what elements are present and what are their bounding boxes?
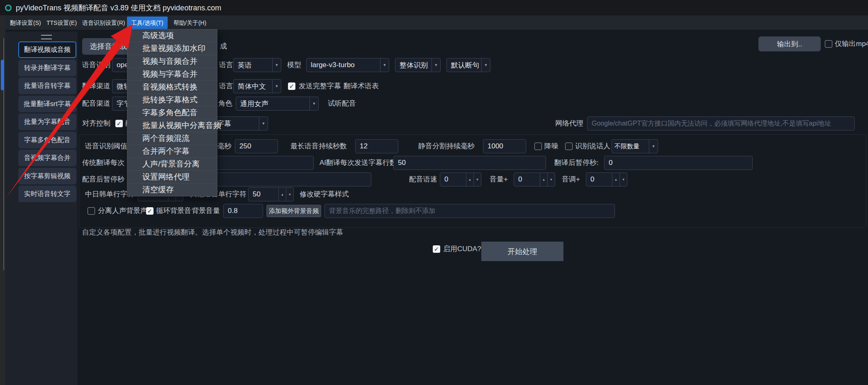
denoise-label: 降噪 (544, 139, 558, 153)
start-process-button[interactable]: 开始处理 (481, 242, 563, 261)
background-volume-input[interactable]: 0.8 (223, 204, 263, 218)
menu-tts-settings[interactable]: TTS设置(E) (42, 17, 81, 29)
footer-hint: 自定义各项配置，批量进行视频翻译。选择单个视频时，处理过程中可暂停编辑字幕 (82, 228, 343, 237)
menu-item-vocal-background-separate[interactable]: 人声/背景音分离 (127, 158, 217, 171)
listen-dubbing-link[interactable]: 试听配音 (328, 97, 356, 111)
sidebar-item-batch-speech-to-subtitle[interactable]: 批量语音转字幕 (18, 77, 76, 94)
menu-tools-options[interactable]: 工具/选项(T) (127, 17, 168, 29)
volume-label: 音量+ (490, 172, 508, 186)
sidebar-item-translate-video-audio[interactable]: 翻译视频或音频 (18, 41, 76, 58)
translate-pause-input[interactable]: 0 (604, 156, 753, 170)
target-language-combo[interactable]: 简体中文▼ (233, 79, 281, 93)
background-audio-path-input[interactable]: 背景音乐的完整路径，删除则不添加 (324, 204, 615, 218)
menu-help-about[interactable]: 帮助/关于(H) (169, 17, 210, 29)
speaker-count-combo[interactable]: 不限数量▼ (612, 139, 658, 153)
sidebar-item-batch-subtitle-dubbing[interactable]: 批量为字幕配音 (18, 114, 76, 130)
voice-role-combo[interactable]: 通用女声▼ (236, 97, 319, 111)
other-chars-stepper[interactable]: 50▲▼ (248, 187, 294, 201)
pitch-stepper[interactable]: 0▲▼ (586, 172, 627, 186)
legacy-translate-label-fragment: 传统翻译每次 (82, 156, 124, 170)
model-label: 模型 (287, 58, 301, 72)
mp4-only-checkbox[interactable] (825, 40, 832, 48)
dubbing-rate-stepper[interactable]: 0▲▼ (440, 172, 481, 186)
window-title: pyVideoTrans 视频翻译配音 v3.89 使用文档 pyvideotr… (16, 3, 221, 13)
align-option-checkbox[interactable] (115, 120, 123, 127)
chevron-down-icon[interactable]: ▼ (481, 58, 490, 72)
volume-stepper[interactable]: 0▲▼ (514, 172, 555, 186)
silence-split-label: 静音分割持续毫秒 (418, 139, 475, 153)
source-language-combo[interactable]: 英语▼ (233, 58, 281, 72)
send-full-subtitle-checkbox[interactable] (288, 82, 295, 90)
chevron-down-icon[interactable]: ▼ (649, 140, 658, 153)
menu-item-av-format-convert[interactable]: 音视频格式转换 (127, 81, 217, 94)
menu-item-video-subtitle-merge[interactable]: 视频与字幕合并 (127, 68, 217, 81)
sidebar-item-av-subtitle-merge[interactable]: 音视频字幕合并 (18, 150, 76, 166)
loop-background-label: 循环背景音 (156, 204, 191, 218)
menu-item-mix-two-audios[interactable]: 两个音频混流 (127, 132, 217, 145)
cuda-checkbox[interactable] (433, 245, 440, 253)
background-volume-label: 背景音量 (192, 204, 220, 218)
spin-up-icon[interactable]: ▲ (540, 173, 547, 186)
max-speech-label: 最长语音持续秒数 (290, 139, 347, 153)
menu-item-clear-cache[interactable]: 清空缓存 (127, 184, 217, 196)
speaker-recognition-checkbox[interactable] (565, 143, 573, 150)
add-background-audio-button[interactable]: 添加额外背景音频 (266, 205, 321, 217)
menu-item-batch-video-watermark[interactable]: 批量视频添加水印 (127, 42, 217, 55)
ai-lines-label: AI翻译每次发送字幕行数 (319, 156, 397, 170)
pitch-label: 音调+ (562, 172, 580, 186)
sidebar: 翻译视频或音频 转录并翻译字幕 批量语音转字幕 批量翻译srt字幕 批量为字幕配… (5, 31, 78, 385)
sidebar-item-transcribe-translate-subtitle[interactable]: 转录并翻译字幕 (18, 60, 76, 76)
spin-down-icon[interactable]: ▼ (547, 173, 555, 186)
sidebar-item-cut-video-by-subtitle[interactable]: 按字幕剪辑视频 (18, 168, 76, 184)
loop-background-checkbox[interactable] (146, 207, 154, 215)
menu-translate-settings[interactable]: 翻译设置(S) (6, 17, 45, 29)
glossary-link[interactable]: 翻译术语表 (344, 79, 379, 93)
mp4-only-label: 仅输出mp4 (835, 37, 868, 51)
spin-up-icon[interactable]: ▲ (278, 188, 286, 201)
menu-item-advanced-options[interactable]: 高级选项 (127, 29, 217, 42)
chevron-down-icon[interactable]: ▼ (272, 80, 281, 93)
silence-split-input[interactable]: 1000 (483, 139, 526, 153)
ai-lines-input[interactable]: 50 (393, 156, 546, 170)
silence-ms-input[interactable]: 250 (235, 139, 278, 153)
dubbing-channel-label: 配音渠道 (82, 97, 110, 111)
spin-down-icon[interactable]: ▼ (619, 173, 627, 186)
sidebar-item-realtime-speech-to-text[interactable]: 实时语音转文字 (18, 186, 76, 202)
spin-up-icon[interactable]: ▲ (612, 173, 619, 186)
menu-item-video-audio-merge[interactable]: 视频与音频合并 (127, 55, 217, 68)
sentence-split-combo[interactable]: 默认断句▼ (446, 58, 490, 72)
menu-item-batch-extract-audio[interactable]: 批量从视频中分离音频 (127, 119, 217, 132)
menu-speech-recognition-settings[interactable]: 语音识别设置(R) (78, 17, 129, 29)
translate-channel-label: 翻译渠道 (82, 79, 110, 93)
menu-item-merge-two-subtitles[interactable]: 合并两个字幕 (127, 145, 217, 158)
chevron-down-icon[interactable]: ▼ (259, 117, 268, 130)
separate-vocal-checkbox[interactable] (88, 207, 95, 215)
menu-item-set-network-proxy[interactable]: 设置网络代理 (127, 171, 217, 184)
chevron-down-icon[interactable]: ▼ (380, 58, 389, 72)
spin-down-icon[interactable]: ▼ (473, 173, 481, 186)
output-to-button[interactable]: 输出到.. (758, 36, 821, 51)
align-control-label: 对齐控制 (82, 116, 110, 131)
chevron-down-icon[interactable]: ▼ (310, 97, 318, 110)
hard-subtitle-style-link[interactable]: 修改硬字幕样式 (300, 187, 349, 201)
spin-up-icon[interactable]: ▲ (466, 173, 473, 186)
dubbing-pause-label-fragment: 配音后暂停秒 (82, 172, 124, 186)
sidebar-item-subtitle-multirole-dubbing[interactable]: 字幕多角色配音 (18, 132, 76, 148)
scrollbar-thumb[interactable] (1, 60, 4, 90)
denoise-checkbox[interactable] (534, 143, 542, 150)
separate-vocal-label: 分离人声背景声 (98, 204, 147, 218)
sidebar-drag-handle-icon[interactable] (41, 35, 52, 39)
menu-item-subtitle-multirole-dubbing[interactable]: 字幕多角色配音 (127, 107, 217, 119)
network-proxy-input[interactable]: Google/chatGPT官方接口国内无法访问，必须填写网络代理地址,不是填写… (587, 116, 855, 131)
vad-threshold-label: 语音识别阈值 (85, 139, 127, 153)
chevron-down-icon[interactable]: ▼ (432, 58, 440, 72)
recognition-mode-combo[interactable]: 整体识别▼ (395, 58, 441, 72)
chevron-down-icon[interactable]: ▼ (272, 58, 281, 72)
model-combo[interactable]: large-v3-turbo▼ (306, 58, 389, 72)
menu-item-batch-subtitle-format[interactable]: 批转换字幕格式 (127, 94, 217, 107)
max-speech-input[interactable]: 12 (355, 139, 398, 153)
window-edge-strip (0, 15, 5, 385)
sidebar-item-batch-translate-srt[interactable]: 批量翻译srt字幕 (18, 96, 76, 112)
title-bar: pyVideoTrans 视频翻译配音 v3.89 使用文档 pyvideotr… (0, 0, 868, 15)
spin-down-icon[interactable]: ▼ (286, 188, 293, 201)
